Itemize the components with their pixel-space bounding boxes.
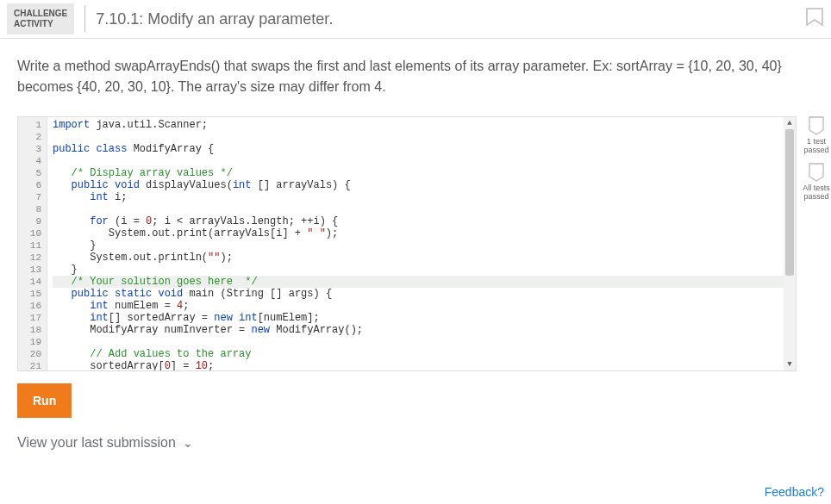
work-area: 123456789101112131415161718192021 import… — [0, 116, 831, 451]
line-number: 6 — [18, 179, 47, 191]
last-submission-label: View your last submission — [17, 435, 176, 451]
code-line[interactable]: public static void main (String [] args)… — [53, 288, 784, 300]
line-number-gutter: 123456789101112131415161718192021 — [18, 117, 47, 370]
line-number: 15 — [18, 288, 47, 300]
code-line[interactable] — [53, 336, 784, 348]
code-line[interactable] — [53, 203, 784, 215]
badge-line-2: ACTIVITY — [14, 19, 67, 29]
line-number: 18 — [18, 324, 47, 336]
line-number: 8 — [18, 203, 47, 215]
activity-header: CHALLENGE ACTIVITY 7.10.1: Modify an arr… — [0, 0, 831, 38]
code-line[interactable]: /* Display array values */ — [53, 167, 784, 179]
code-content[interactable]: import java.util.Scanner;public class Mo… — [47, 117, 784, 370]
code-line[interactable]: } — [53, 264, 784, 276]
scroll-up-icon[interactable]: ▲ — [784, 117, 796, 129]
code-line[interactable]: System.out.println(""); — [53, 252, 784, 264]
code-line[interactable]: ModifyArray numInverter = new ModifyArra… — [53, 324, 784, 336]
scroll-thumb[interactable] — [785, 129, 794, 276]
code-line[interactable]: import java.util.Scanner; — [53, 119, 784, 131]
line-number: 5 — [18, 167, 47, 179]
one-test-result: 1 test passed — [802, 116, 831, 154]
editor-scrollbar[interactable]: ▲ ▼ — [784, 117, 796, 370]
code-editor[interactable]: 123456789101112131415161718192021 import… — [17, 116, 797, 371]
line-number: 19 — [18, 336, 47, 348]
results-sidebar: 1 test passed All tests passed — [797, 116, 831, 451]
line-number: 4 — [18, 155, 47, 167]
line-number: 21 — [18, 360, 47, 371]
line-number: 13 — [18, 264, 47, 276]
line-number: 7 — [18, 191, 47, 203]
challenge-badge: CHALLENGE ACTIVITY — [7, 3, 74, 34]
code-line[interactable]: int[] sortedArray = new int[numElem]; — [53, 312, 784, 324]
line-number: 20 — [18, 348, 47, 360]
scroll-down-icon[interactable]: ▼ — [784, 358, 796, 370]
activity-title: 7.10.1: Modify an array parameter. — [96, 10, 333, 28]
instructions-text: Write a method swapArrayEnds() that swap… — [0, 39, 831, 116]
chevron-down-icon: ⌄ — [183, 436, 193, 450]
run-button[interactable]: Run — [17, 383, 72, 418]
all-tests-label: All tests passed — [802, 184, 831, 201]
line-number: 12 — [18, 252, 47, 264]
code-line[interactable]: int i; — [53, 191, 784, 203]
line-number: 17 — [18, 312, 47, 324]
all-tests-result: All tests passed — [802, 163, 831, 201]
code-line[interactable] — [53, 155, 784, 167]
code-line[interactable]: System.out.print(arrayVals[i] + " "); — [53, 227, 784, 240]
one-test-label: 1 test passed — [802, 137, 831, 154]
code-line[interactable]: // Add values to the array — [53, 348, 784, 360]
view-last-submission-link[interactable]: View your last submission ⌄ — [17, 435, 193, 451]
badge-line-1: CHALLENGE — [14, 9, 67, 19]
code-line[interactable]: } — [53, 240, 784, 252]
code-line[interactable]: /* Your solution goes here */ — [53, 276, 784, 288]
line-number: 9 — [18, 215, 47, 227]
line-number: 2 — [18, 131, 47, 143]
code-line[interactable]: public void displayValues(int [] arrayVa… — [53, 179, 784, 191]
line-number: 11 — [18, 240, 47, 252]
vertical-separator — [84, 6, 85, 32]
code-line[interactable]: public class ModifyArray { — [53, 143, 784, 155]
line-number: 16 — [18, 300, 47, 312]
code-line[interactable] — [53, 131, 784, 143]
bookmark-icon[interactable] — [805, 8, 824, 30]
line-number: 1 — [18, 119, 47, 131]
line-number: 3 — [18, 143, 47, 155]
line-number: 10 — [18, 227, 47, 240]
line-number: 14 — [18, 276, 47, 288]
code-line[interactable]: for (i = 0; i < arrayVals.length; ++i) { — [53, 215, 784, 227]
checkbox-icon — [808, 116, 825, 135]
checkbox-icon — [808, 163, 825, 182]
code-line[interactable]: sortedArray[0] = 10; — [53, 360, 784, 371]
feedback-link[interactable]: Feedback? — [765, 485, 824, 499]
code-line[interactable]: int numElem = 4; — [53, 300, 784, 312]
